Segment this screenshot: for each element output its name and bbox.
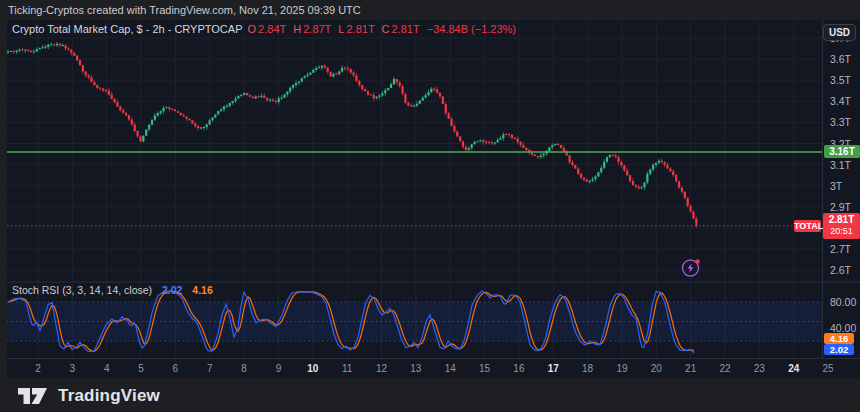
price-tick: 3.5T bbox=[830, 74, 851, 86]
time-tick: 12 bbox=[376, 363, 387, 374]
time-tick: 6 bbox=[173, 363, 179, 374]
time-tick: 22 bbox=[719, 363, 730, 374]
time-tick: 18 bbox=[582, 363, 593, 374]
time-tick: 17 bbox=[548, 363, 559, 374]
tradingview-brand-text[interactable]: TradingView bbox=[58, 386, 160, 406]
green-level-badge: 3.16T bbox=[824, 145, 860, 158]
time-tick: 16 bbox=[513, 363, 524, 374]
price-tick: 2.9T bbox=[830, 201, 851, 213]
time-tick: 20 bbox=[651, 363, 662, 374]
attribution-bar: Ticking-Cryptos created with TradingView… bbox=[0, 0, 860, 20]
time-tick: 15 bbox=[479, 363, 490, 374]
time-tick: 23 bbox=[754, 363, 765, 374]
price-tick: 2.6T bbox=[830, 264, 851, 276]
last-price-value: 2.81T bbox=[823, 213, 860, 226]
stoch-k-badge: 2.02 bbox=[824, 344, 854, 355]
last-price-badge: 2.81T 20:51 bbox=[823, 213, 860, 239]
tradingview-screenshot: Ticking-Cryptos created with TradingView… bbox=[0, 0, 860, 412]
price-tick: 3T bbox=[830, 180, 842, 192]
lightning-bubble-icon[interactable] bbox=[680, 257, 702, 279]
time-tick: 10 bbox=[307, 363, 318, 374]
chart-widget[interactable]: Crypto Total Market Cap, $ - 2h - CRYPTO… bbox=[7, 20, 860, 378]
price-tick: 2.7T bbox=[830, 243, 851, 255]
time-tick: 9 bbox=[276, 363, 282, 374]
currency-toggle-button[interactable]: USD bbox=[823, 24, 856, 41]
total-series-marker: TOTAL bbox=[794, 220, 821, 232]
time-axis[interactable]: 2345678910111213141516171819202122232425 bbox=[7, 358, 860, 378]
time-tick: 4 bbox=[104, 363, 110, 374]
price-tick: 3.6T bbox=[830, 53, 851, 65]
price-tick: 3.4T bbox=[830, 95, 851, 107]
time-tick: 2 bbox=[35, 363, 41, 374]
price-tick: 3.1T bbox=[830, 159, 851, 171]
change-value: −34.84B (−1.23%) bbox=[427, 23, 516, 35]
low-label: L bbox=[338, 23, 344, 35]
stoch-d-badge: 4.16 bbox=[824, 333, 854, 344]
high-label: H bbox=[293, 23, 301, 35]
time-axis-labels: 2345678910111213141516171819202122232425 bbox=[7, 359, 833, 379]
price-axis[interactable]: 3.7T3.6T3.5T3.4T3.3T3.2T3.1T3T2.9T2.7T2.… bbox=[822, 20, 860, 358]
time-tick: 19 bbox=[616, 363, 627, 374]
chart-canvas[interactable] bbox=[7, 20, 860, 378]
open-label: O bbox=[248, 23, 257, 35]
time-tick: 14 bbox=[445, 363, 456, 374]
close-label: C bbox=[382, 23, 390, 35]
time-tick: 3 bbox=[70, 363, 76, 374]
stoch-axis-tick: 80.00 bbox=[830, 296, 856, 308]
time-tick: 8 bbox=[241, 363, 247, 374]
low-value: 2.81T bbox=[346, 23, 374, 35]
time-tick: 13 bbox=[410, 363, 421, 374]
time-tick: 25 bbox=[822, 363, 833, 374]
stoch-rsi-title[interactable]: Stoch RSI (3, 3, 14, 14, close) bbox=[12, 284, 152, 296]
symbol-title[interactable]: Crypto Total Market Cap, $ - 2h - CRYPTO… bbox=[12, 23, 242, 35]
tradingview-logo-icon[interactable] bbox=[18, 385, 48, 407]
stoch-rsi-legend[interactable]: Stoch RSI (3, 3, 14, 14, close) 2.02 4.1… bbox=[12, 284, 213, 296]
time-tick: 7 bbox=[207, 363, 213, 374]
symbol-legend[interactable]: Crypto Total Market Cap, $ - 2h - CRYPTO… bbox=[12, 23, 518, 35]
time-tick: 5 bbox=[138, 363, 144, 374]
time-tick: 21 bbox=[685, 363, 696, 374]
stoch-d-value: 4.16 bbox=[192, 284, 212, 296]
stoch-k-value: 2.02 bbox=[162, 284, 182, 296]
high-value: 2.87T bbox=[303, 23, 331, 35]
open-value: 2.84T bbox=[258, 23, 286, 35]
time-tick: 24 bbox=[788, 363, 799, 374]
close-value: 2.81T bbox=[392, 23, 420, 35]
time-tick: 11 bbox=[342, 363, 352, 374]
price-tick: 3.3T bbox=[830, 116, 851, 128]
footer-bar: TradingView bbox=[0, 380, 860, 412]
bar-countdown: 20:51 bbox=[823, 226, 860, 237]
attribution-text: Ticking-Cryptos created with TradingView… bbox=[8, 4, 361, 16]
